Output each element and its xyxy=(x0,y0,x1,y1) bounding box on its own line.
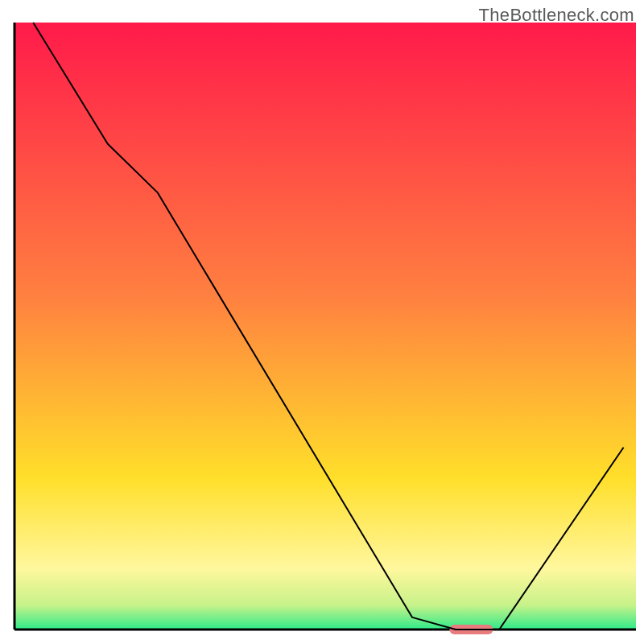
watermark-text: TheBottleneck.com xyxy=(479,5,634,26)
plot-background xyxy=(14,23,636,630)
chart-svg xyxy=(0,0,644,644)
bottleneck-chart: TheBottleneck.com xyxy=(0,0,644,644)
